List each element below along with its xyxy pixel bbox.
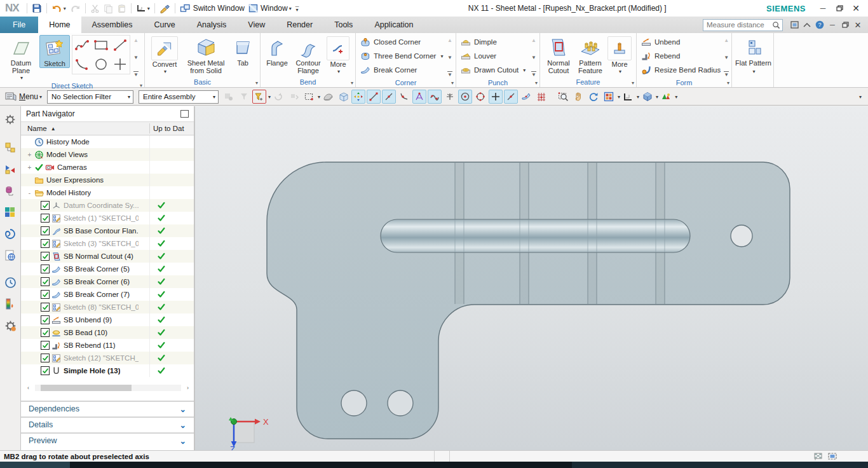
tab-render[interactable]: Render bbox=[276, 17, 323, 33]
pole-point-icon[interactable] bbox=[412, 90, 426, 104]
tree-item[interactable]: Simple Hole (13) bbox=[21, 364, 194, 377]
filter-dropdown-arrow[interactable]: ▾ bbox=[268, 94, 271, 100]
rebend-button[interactable]: Rebend bbox=[639, 49, 722, 63]
point-button[interactable] bbox=[111, 55, 130, 74]
scroll-thumb[interactable] bbox=[41, 385, 132, 391]
tree-item[interactable]: SB Unbend (9) bbox=[21, 313, 194, 326]
three-bend-corner-button[interactable]: Three Bend Corner▾ bbox=[358, 49, 445, 63]
tree-item[interactable]: History Mode bbox=[21, 135, 194, 148]
feature-checkbox[interactable] bbox=[41, 290, 50, 299]
process-studio-icon[interactable] bbox=[1, 315, 19, 336]
windows-taskbar[interactable] bbox=[0, 462, 868, 468]
normal-cutout-button[interactable]: Normal Cutout bbox=[543, 35, 574, 74]
assembly-navigator-icon[interactable] bbox=[1, 137, 19, 158]
feature-more-button[interactable]: More▾ bbox=[606, 35, 633, 76]
selection-scope-select[interactable]: Entire Assembly▾ bbox=[139, 90, 219, 104]
tree-item[interactable]: +Model Views bbox=[21, 148, 194, 161]
feature-checkbox[interactable] bbox=[41, 214, 50, 223]
section-dependencies[interactable]: Dependencies⌄ bbox=[21, 401, 194, 416]
form-scroll[interactable]: ▲▼▼ bbox=[722, 35, 730, 78]
datum-csys-qat-button[interactable]: ▾ bbox=[134, 3, 152, 14]
switch-window-button[interactable]: Switch Window bbox=[178, 3, 247, 15]
flange-button[interactable]: Flange bbox=[263, 35, 291, 67]
tab-home[interactable]: Home bbox=[38, 17, 81, 33]
resize-bend-radius-button[interactable]: Resize Bend Radius bbox=[639, 63, 722, 77]
help-icon[interactable]: ? bbox=[813, 19, 826, 31]
undo-button[interactable]: ▾ bbox=[50, 3, 68, 15]
end-point-icon[interactable] bbox=[367, 90, 381, 104]
tab-feature-button[interactable]: Tab bbox=[230, 35, 255, 67]
bend-more-button[interactable]: More▾ bbox=[325, 35, 351, 76]
zoom-box-icon[interactable] bbox=[556, 90, 570, 104]
fit-view-arrow[interactable]: ▾ bbox=[618, 94, 620, 100]
minimize-ribbon-icon[interactable] bbox=[801, 19, 813, 31]
contour-flange-button[interactable]: Contour Flange bbox=[291, 35, 325, 74]
interior-selection-icon[interactable] bbox=[237, 90, 251, 104]
ribbon-close-window-icon[interactable]: ✕ bbox=[851, 19, 864, 31]
render-style-arrow[interactable]: ▾ bbox=[675, 94, 677, 100]
column-up-to-date[interactable]: Up to Dat bbox=[153, 125, 184, 132]
hd3d-tools-icon[interactable] bbox=[1, 223, 19, 245]
form-dialog-arrow[interactable]: ▾ bbox=[727, 80, 729, 86]
tree-item[interactable]: SB Base Contour Flan... bbox=[21, 224, 194, 237]
simple-hole-bottom-left[interactable] bbox=[341, 390, 367, 416]
feature-checkbox[interactable] bbox=[41, 239, 50, 248]
ribbon-restore-window-icon[interactable] bbox=[839, 19, 851, 31]
feature-checkbox[interactable] bbox=[41, 226, 50, 235]
tree-item[interactable]: Sketch (3) "SKETCH_0... bbox=[21, 237, 194, 250]
tree-item[interactable]: SB Break Corner (6) bbox=[21, 275, 194, 288]
constraint-navigator-icon[interactable] bbox=[1, 158, 19, 180]
orient-view-arrow[interactable]: ▾ bbox=[637, 94, 639, 100]
window-close-button[interactable]: ✕ bbox=[848, 2, 864, 15]
feature-checkbox[interactable] bbox=[41, 277, 50, 286]
cut-button[interactable] bbox=[88, 3, 102, 15]
feature-checkbox[interactable] bbox=[41, 201, 50, 210]
performance-flag-icon[interactable] bbox=[812, 451, 825, 461]
tab-curve[interactable]: Curve bbox=[143, 17, 186, 33]
mid-point-icon[interactable] bbox=[382, 90, 396, 104]
select-touched-icon[interactable] bbox=[222, 90, 236, 104]
toolbar-overflow-arrow[interactable]: ▾ bbox=[859, 94, 862, 100]
tab-assemblies[interactable]: Assemblies bbox=[81, 17, 144, 33]
line-button[interactable] bbox=[111, 36, 130, 55]
tree-item[interactable]: SB Rebend (11) bbox=[21, 339, 194, 352]
bend-dialog-arrow[interactable]: ▾ bbox=[351, 80, 353, 86]
pattern-feature-button[interactable]: Pattern Feature bbox=[574, 35, 606, 74]
feature-checkbox[interactable] bbox=[41, 328, 50, 337]
panel-detach-icon[interactable] bbox=[180, 110, 189, 118]
redo-button[interactable] bbox=[68, 3, 83, 15]
studio-spline-button[interactable] bbox=[72, 36, 92, 55]
solid-body-icon[interactable] bbox=[321, 90, 335, 104]
csys-triad[interactable]: X Z bbox=[229, 417, 269, 450]
render-style-icon[interactable] bbox=[659, 90, 673, 104]
simple-hole-right[interactable] bbox=[731, 225, 752, 247]
scroll-left-arrow[interactable]: ‹ bbox=[27, 385, 35, 391]
select-mode-arrow[interactable]: ▾ bbox=[318, 94, 320, 100]
curve-point-icon[interactable] bbox=[428, 90, 442, 104]
reuse-library-icon[interactable] bbox=[1, 202, 19, 223]
arc-button[interactable] bbox=[72, 55, 92, 74]
grid-point-icon[interactable] bbox=[534, 90, 548, 104]
tree-column-header[interactable]: Name ▲ Up to Dat bbox=[21, 121, 194, 135]
tree-expander-icon[interactable]: + bbox=[28, 164, 32, 171]
punch-scroll[interactable]: ▲▼▼ bbox=[529, 35, 538, 78]
convert-button[interactable]: Convert▾ bbox=[147, 35, 182, 76]
command-finder[interactable] bbox=[703, 19, 783, 31]
history-palette-icon[interactable] bbox=[1, 272, 19, 293]
graphics-window[interactable]: X Z bbox=[195, 106, 868, 450]
paste-button[interactable] bbox=[115, 3, 128, 15]
unbend-button[interactable]: Unbend bbox=[639, 35, 722, 49]
feature-checkbox[interactable] bbox=[41, 252, 50, 261]
shaded-view-icon[interactable] bbox=[640, 90, 654, 104]
rotate-view-icon[interactable] bbox=[587, 90, 600, 104]
feature-checkbox[interactable] bbox=[41, 354, 50, 362]
tree-item[interactable]: SB Break Corner (5) bbox=[21, 263, 194, 275]
fullscreen-icon[interactable] bbox=[788, 19, 801, 31]
existing-point-icon[interactable] bbox=[489, 90, 503, 104]
break-corner-button[interactable]: Break Corner bbox=[358, 63, 445, 77]
feature-checkbox[interactable] bbox=[41, 341, 50, 350]
feature-dialog-arrow[interactable]: ▾ bbox=[632, 80, 634, 86]
feature-checkbox[interactable] bbox=[41, 265, 50, 273]
filter-add-icon[interactable] bbox=[252, 90, 266, 104]
circle-center-icon[interactable] bbox=[458, 90, 472, 104]
